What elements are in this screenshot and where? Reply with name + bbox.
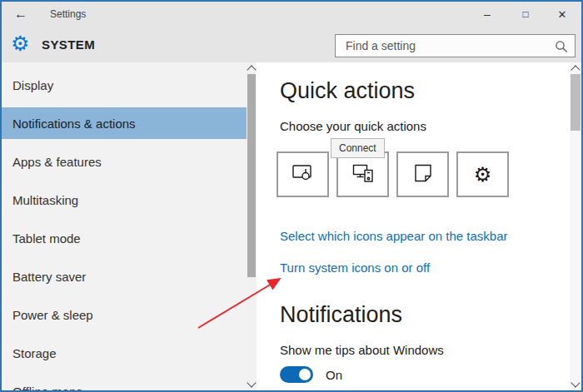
all-settings-gear-icon: ⚙ [474, 165, 492, 185]
scroll-down-icon[interactable] [247, 378, 256, 387]
sidebar-item-label: Battery saver [12, 270, 86, 284]
sidebar-item-label: Storage [12, 346, 57, 360]
page-title: SYSTEM [42, 37, 95, 52]
window-title: Settings [50, 8, 86, 20]
page-header: ⚙ SYSTEM [2, 27, 581, 62]
quick-action-tiles: ⚙ [277, 151, 509, 197]
toggle-state-label: On [326, 368, 342, 382]
sidebar-scrollbar-thumb[interactable] [247, 74, 256, 277]
sidebar-item-notifications-actions[interactable]: Notifications & actions [2, 107, 247, 139]
scroll-down-icon[interactable] [571, 378, 580, 387]
sidebar-item-label: Apps & features [12, 155, 102, 169]
sidebar-item-multitasking[interactable]: Multitasking [2, 184, 247, 216]
scroll-up-icon[interactable] [571, 65, 580, 74]
back-arrow-icon: ← [14, 7, 27, 22]
quick-action-tile-connect[interactable] [336, 151, 389, 197]
search-input[interactable] [336, 35, 575, 57]
maximize-button[interactable]: □ [511, 2, 540, 27]
scroll-up-icon[interactable] [247, 65, 256, 74]
turn-system-icons-link[interactable]: Turn system icons on or off [280, 261, 430, 275]
search-icon[interactable] [555, 40, 568, 53]
sidebar-item-label: Offline maps [12, 385, 82, 391]
quick-action-tile-note[interactable] [396, 151, 449, 197]
sidebar-item-label: Tablet mode [12, 231, 81, 246]
main-scrollbar[interactable] [570, 62, 581, 390]
tablet-touch-icon [292, 163, 315, 186]
main-content: Quick actions Choose your quick actions … [257, 62, 570, 390]
show-tips-toggle-row: On [280, 366, 342, 383]
sidebar-item-label: Notifications & actions [12, 117, 136, 131]
main-scrollbar-thumb[interactable] [571, 74, 581, 131]
close-button[interactable]: ✕ [548, 2, 576, 27]
minimize-button[interactable]: – [473, 2, 501, 27]
maximize-icon: □ [522, 8, 528, 20]
sidebar-item-label: Power & sleep [12, 308, 93, 322]
quick-action-tile-tablet-mode[interactable] [277, 151, 329, 197]
search-box [335, 34, 576, 57]
show-tips-label: Show me tips about Windows [280, 343, 444, 357]
sidebar-item-offline-maps[interactable]: Offline maps [2, 375, 247, 390]
choose-quick-actions-label: Choose your quick actions [280, 119, 426, 133]
sidebar-item-label: Multitasking [12, 193, 78, 207]
toggle-knob [299, 369, 311, 380]
note-icon [413, 163, 433, 186]
sidebar: Display Notifications & actions Apps & f… [2, 62, 247, 390]
close-icon: ✕ [558, 8, 567, 21]
connect-tooltip: Connect [331, 138, 385, 158]
sidebar-item-display[interactable]: Display [2, 69, 247, 101]
notifications-heading: Notifications [280, 302, 402, 328]
minimize-icon: – [484, 7, 491, 21]
sidebar-item-tablet-mode[interactable]: Tablet mode [2, 222, 247, 254]
back-button[interactable]: ← [12, 5, 30, 23]
sidebar-item-label: Display [12, 78, 53, 92]
sidebar-item-apps-features[interactable]: Apps & features [2, 146, 247, 177]
connect-icon [352, 163, 374, 186]
show-tips-toggle[interactable] [280, 366, 313, 383]
quick-actions-heading: Quick actions [280, 78, 415, 104]
sidebar-item-storage[interactable]: Storage [2, 337, 247, 369]
app-body: Display Notifications & actions Apps & f… [2, 62, 581, 390]
select-taskbar-icons-link[interactable]: Select which icons appear on the taskbar [280, 229, 508, 243]
sidebar-scrollbar[interactable] [247, 62, 257, 390]
gear-icon: ⚙ [11, 32, 29, 55]
sidebar-item-battery-saver[interactable]: Battery saver [2, 261, 247, 292]
titlebar: ← Settings – □ ✕ [2, 2, 581, 27]
sidebar-item-power-sleep[interactable]: Power & sleep [2, 299, 247, 330]
quick-action-tile-all-settings[interactable]: ⚙ [456, 151, 509, 197]
settings-window: ← Settings – □ ✕ ⚙ SYSTEM D [0, 0, 583, 392]
